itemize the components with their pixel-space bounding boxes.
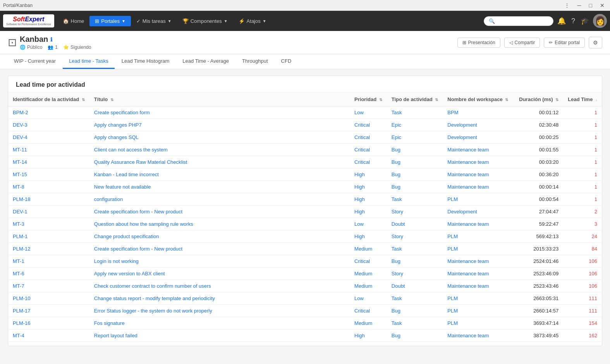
nav-home[interactable]: 🏠 Home <box>57 16 90 26</box>
workspace-link[interactable]: PLM <box>447 234 458 239</box>
title-link[interactable]: configuration <box>94 196 123 202</box>
title-link[interactable]: Kanban - Lead time incorrect <box>94 172 159 177</box>
activity-id-link[interactable]: MT-3 <box>13 221 24 227</box>
type-link[interactable]: Bug <box>392 333 400 338</box>
type-link[interactable]: Bug <box>392 345 400 346</box>
col-header-title[interactable]: Título ⇅ <box>89 93 350 106</box>
type-link[interactable]: Bug <box>392 159 400 165</box>
priority-link[interactable]: Critical <box>354 308 370 314</box>
workspace-link[interactable]: Development <box>447 122 477 128</box>
title-link[interactable]: New feature not available <box>94 184 151 190</box>
activity-id-link[interactable]: DEV-1 <box>13 209 27 215</box>
search-box[interactable]: 🔍 <box>484 16 553 26</box>
priority-link[interactable]: Low <box>354 221 364 227</box>
title-link[interactable]: Create specification form <box>94 110 150 115</box>
tab-lead-time-tasks[interactable]: Lead time - Tasks <box>63 54 115 69</box>
title-link[interactable]: System data - ERR_INCOMPLETE_CHUNKED_ENC… <box>94 345 230 346</box>
title-link[interactable]: Create specification form - New product <box>94 246 182 252</box>
search-input[interactable] <box>497 18 548 24</box>
priority-link[interactable]: Critical <box>354 159 370 165</box>
nav-atajos[interactable]: ⚡ Atajos ▼ <box>233 16 272 26</box>
type-link[interactable]: Task <box>392 196 402 202</box>
type-link[interactable]: Task <box>392 246 402 252</box>
workspace-link[interactable]: Maintenance team <box>447 147 489 153</box>
activity-id-link[interactable]: MT-14 <box>13 159 27 165</box>
type-link[interactable]: Task <box>392 110 402 115</box>
type-link[interactable]: Task <box>392 295 402 301</box>
priority-link[interactable]: Critical <box>354 134 370 140</box>
workspace-link[interactable]: Maintenance team <box>447 333 489 338</box>
avatar[interactable]: 👩 <box>593 14 607 28</box>
type-link[interactable]: Bug <box>392 258 400 264</box>
workspace-link[interactable]: Development <box>447 134 477 140</box>
workspace-link[interactable]: Maintenance team <box>447 258 489 264</box>
type-link[interactable]: Epic <box>392 122 401 128</box>
col-header-workspace[interactable]: Nombre del workspace ⇅ <box>443 93 513 106</box>
title-link[interactable]: Question about how the sampling rule wor… <box>94 221 193 227</box>
settings-button[interactable]: ⚙ <box>589 37 602 48</box>
title-link[interactable]: Fos signature <box>94 320 125 326</box>
tab-lead-time-average[interactable]: Lead Time - Average <box>176 54 235 69</box>
maximize-button[interactable]: □ <box>587 2 595 9</box>
type-link[interactable]: Story <box>392 209 403 215</box>
workspace-link[interactable]: PLM <box>447 246 458 252</box>
type-link[interactable]: Doubt <box>392 283 405 289</box>
title-link[interactable]: Quality Assurance Raw Material Checklist <box>94 159 187 165</box>
type-link[interactable]: Bug <box>392 184 400 190</box>
graduation-icon[interactable]: 🎓 <box>579 15 591 27</box>
activity-id-link[interactable]: PLM-7 <box>13 345 27 346</box>
priority-link[interactable]: High <box>354 234 365 239</box>
title-link[interactable]: Apply new version to ABX client <box>94 271 165 276</box>
priority-link[interactable]: High <box>354 184 365 190</box>
notifications-icon[interactable]: 🔔 <box>556 15 567 27</box>
help-icon[interactable]: ? <box>570 15 577 27</box>
activity-id-link[interactable]: MT-1 <box>13 258 24 264</box>
workspace-link[interactable]: PLM <box>447 295 458 301</box>
portal-following[interactable]: ⭐ Siguiendo <box>63 45 91 50</box>
activity-id-link[interactable]: PLM-16 <box>13 320 31 326</box>
presentacion-button[interactable]: ⊞ Presentación <box>457 38 500 48</box>
priority-link[interactable]: Low <box>354 295 364 301</box>
portal-info-icon[interactable]: ℹ <box>50 36 52 43</box>
workspace-link[interactable]: Development <box>447 209 477 215</box>
tab-lead-time-histogram[interactable]: Lead Time Histogram <box>115 54 176 69</box>
type-link[interactable]: Task <box>392 320 402 326</box>
type-link[interactable]: Bug <box>392 172 400 177</box>
priority-link[interactable]: Medium <box>354 283 372 289</box>
priority-link[interactable]: Low <box>354 110 364 115</box>
workspace-link[interactable]: BPM <box>447 110 458 115</box>
workspace-link[interactable]: Maintenance team <box>447 159 489 165</box>
workspace-link[interactable]: PLM <box>447 345 458 346</box>
type-link[interactable]: Bug <box>392 147 400 153</box>
nav-componentes[interactable]: 🏆 Componentes ▼ <box>177 16 233 26</box>
col-header-leadtime[interactable]: Lead Time ↓ <box>563 93 602 106</box>
tab-throughput[interactable]: Throughput <box>236 54 274 69</box>
tab-cfd[interactable]: CFD <box>275 54 298 69</box>
activity-id-link[interactable]: MT-6 <box>13 271 24 276</box>
priority-link[interactable]: Medium <box>354 271 372 276</box>
activity-id-link[interactable]: MT-4 <box>13 333 24 338</box>
minimize-button[interactable]: ─ <box>575 2 584 9</box>
priority-link[interactable]: High <box>354 196 365 202</box>
priority-link[interactable]: Medium <box>354 246 372 252</box>
activity-id-link[interactable]: PLM-17 <box>13 308 31 314</box>
portal-public[interactable]: 🌐 Público <box>20 45 42 50</box>
close-button[interactable]: ✕ <box>598 2 607 9</box>
tab-wip[interactable]: WIP - Current year <box>8 54 62 69</box>
nav-mis-tareas[interactable]: ✓ Mis tareas ▼ <box>131 16 177 26</box>
title-link[interactable]: Change status report - modify template a… <box>94 295 215 301</box>
title-link[interactable]: Change product specification <box>94 234 159 239</box>
title-link[interactable]: Client can not access the system <box>94 147 168 153</box>
priority-link[interactable]: High <box>354 209 365 215</box>
activity-id-link[interactable]: MT-8 <box>13 184 24 190</box>
title-link[interactable]: Apply changes SQL <box>94 134 139 140</box>
title-link[interactable]: Create specification form - New product <box>94 209 182 215</box>
col-header-type[interactable]: Tipo de actividad ⇅ <box>387 93 443 106</box>
activity-id-link[interactable]: DEV-4 <box>13 134 27 140</box>
menu-button[interactable]: ⋮ <box>562 2 572 9</box>
workspace-link[interactable]: Maintenance team <box>447 283 489 289</box>
title-link[interactable]: Error Status logger - the system do not … <box>94 308 212 314</box>
type-link[interactable]: Epic <box>392 134 401 140</box>
col-header-activity-id[interactable]: Identificador de la actividad ⇅ <box>8 93 89 106</box>
table-wrapper[interactable]: Identificador de la actividad ⇅ Título ⇅… <box>8 93 602 346</box>
